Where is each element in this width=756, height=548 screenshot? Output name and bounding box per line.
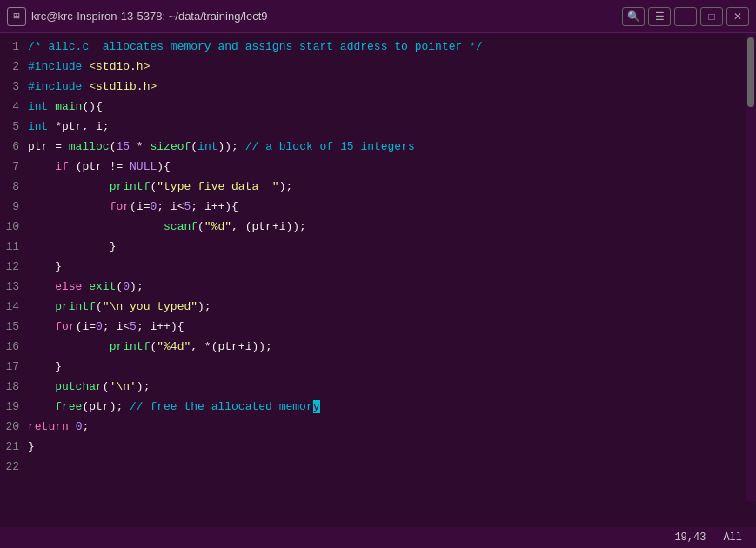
title-bar: ⊞ krc@krc-Inspiron-13-5378: ~/data/train… xyxy=(0,0,756,33)
line-20: 20 return 0; xyxy=(0,417,756,437)
scrollbar-thumb[interactable] xyxy=(747,37,754,107)
line-8: 8 printf("type five data "); xyxy=(0,177,756,197)
close-button[interactable]: ✕ xyxy=(726,7,749,26)
line-2: 2 #include <stdio.h> xyxy=(0,57,756,77)
title-bar-left: ⊞ krc@krc-Inspiron-13-5378: ~/data/train… xyxy=(7,7,268,26)
line-19: 19 free(ptr); // free the allocated memo… xyxy=(0,397,756,417)
line-22: 22 xyxy=(0,457,756,477)
line-16: 16 printf("%4d", *(ptr+i)); xyxy=(0,337,756,357)
line-21: 21 } xyxy=(0,437,756,457)
line-11: 11 } xyxy=(0,237,756,257)
search-button[interactable]: 🔍 xyxy=(622,7,645,26)
code-area: 1 /* allc.c allocates memory and assigns… xyxy=(0,33,756,527)
cursor-position: 19,43 xyxy=(674,531,706,544)
editor[interactable]: 1 /* allc.c allocates memory and assigns… xyxy=(0,33,756,527)
line-13: 13 else exit(0); xyxy=(0,277,756,297)
line-10: 10 scanf("%d", (ptr+i)); xyxy=(0,217,756,237)
line-18: 18 putchar('\n'); xyxy=(0,377,756,397)
scrollbar[interactable] xyxy=(746,33,756,501)
window-title: krc@krc-Inspiron-13-5378: ~/data/trainin… xyxy=(31,10,268,23)
status-bar: 19,43 All xyxy=(0,527,756,548)
minimize-button[interactable]: ─ xyxy=(674,7,697,26)
menu-button[interactable]: ☰ xyxy=(648,7,671,26)
line-4: 4 int main(){ xyxy=(0,97,756,117)
line-7: 7 if (ptr != NULL){ xyxy=(0,157,756,177)
line-9: 9 for(i=0; i<5; i++){ xyxy=(0,197,756,217)
window-controls: 🔍 ☰ ─ □ ✕ xyxy=(622,7,749,26)
line-15: 15 for(i=0; i<5; i++){ xyxy=(0,317,756,337)
line-3: 3 #include <stdlib.h> xyxy=(0,77,756,97)
view-mode: All xyxy=(723,531,742,544)
line-1: 1 /* allc.c allocates memory and assigns… xyxy=(0,37,756,57)
line-6: 6 ptr = malloc(15 * sizeof(int)); // a b… xyxy=(0,137,756,157)
window-icon: ⊞ xyxy=(7,7,26,26)
maximize-button[interactable]: □ xyxy=(700,7,723,26)
line-12: 12 } xyxy=(0,257,756,277)
line-14: 14 printf("\n you typed"); xyxy=(0,297,756,317)
line-5: 5 int *ptr, i; xyxy=(0,117,756,137)
line-17: 17 } xyxy=(0,357,756,377)
